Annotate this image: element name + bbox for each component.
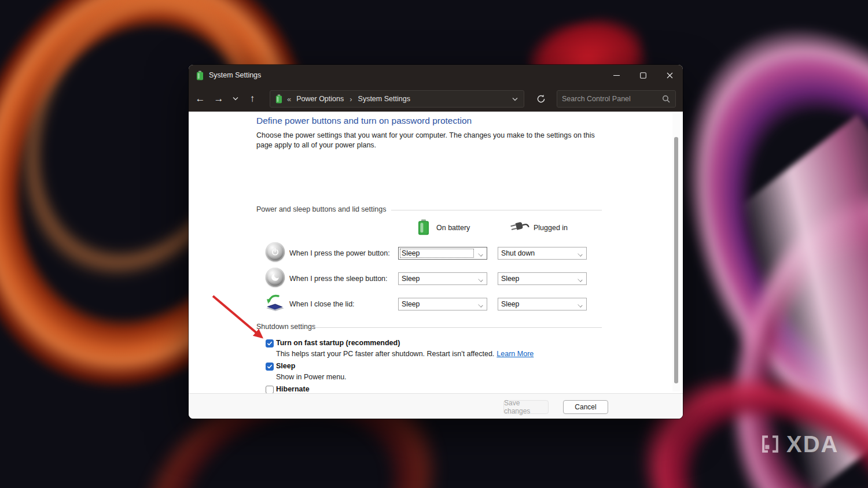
hibernate-checkbox[interactable] bbox=[266, 386, 274, 394]
chevron-down-icon bbox=[578, 303, 583, 308]
address-bar[interactable]: « Power Options › System Settings bbox=[270, 90, 524, 108]
group-divider bbox=[391, 210, 602, 210]
breadcrumb-overflow-chevrons[interactable]: « bbox=[287, 95, 291, 103]
select-value: Shut down bbox=[501, 249, 535, 257]
search-box bbox=[557, 90, 676, 108]
on-battery-icon bbox=[417, 219, 430, 235]
close-lid-icon bbox=[263, 293, 286, 315]
breadcrumb-item-system-settings[interactable]: System Settings bbox=[358, 95, 410, 103]
page-title: Define power buttons and turn on passwor… bbox=[256, 116, 472, 126]
sleep-option-description: Show in Power menu. bbox=[276, 373, 347, 381]
group-label-shutdown-settings: Shutdown settings bbox=[256, 323, 315, 331]
select-value: Sleep bbox=[501, 300, 519, 308]
refresh-icon[interactable] bbox=[532, 90, 550, 108]
group-divider bbox=[314, 327, 602, 328]
hibernate-option-label: Hibernate bbox=[276, 385, 310, 393]
battery-icon bbox=[196, 71, 204, 80]
close-lid-plugged-in-select[interactable]: Sleep bbox=[498, 298, 587, 310]
power-button-on-battery-select[interactable]: Sleep bbox=[398, 247, 487, 260]
maximize-button[interactable] bbox=[630, 65, 656, 86]
up-icon[interactable]: ↑ bbox=[243, 93, 262, 105]
chevron-down-icon bbox=[479, 252, 483, 257]
intro-text: Choose the power settings that you want … bbox=[256, 131, 604, 150]
column-header-plugged-in: Plugged in bbox=[534, 224, 568, 232]
power-button-icon bbox=[266, 242, 285, 261]
window-controls bbox=[603, 65, 683, 86]
system-settings-window: System Settings ← → ↑ bbox=[189, 65, 683, 419]
footer-bar: Save changes Cancel bbox=[189, 393, 683, 419]
vertical-scrollbar[interactable] bbox=[672, 113, 680, 391]
breadcrumb-separator-icon: › bbox=[350, 95, 352, 103]
forward-icon[interactable]: → bbox=[209, 93, 228, 105]
select-value: Sleep bbox=[501, 275, 519, 283]
checkmark-icon bbox=[267, 364, 273, 369]
select-value: Sleep bbox=[402, 249, 420, 257]
select-value: Sleep bbox=[402, 275, 420, 283]
fast-startup-description-text: This helps start your PC faster after sh… bbox=[276, 350, 494, 358]
chevron-down-icon bbox=[578, 252, 583, 257]
row-label-sleep-button: When I press the sleep button: bbox=[289, 275, 388, 283]
select-value: Sleep bbox=[402, 300, 420, 308]
learn-more-link[interactable]: Learn More bbox=[496, 350, 534, 358]
window-title: System Settings bbox=[209, 71, 261, 79]
power-button-plugged-in-select[interactable]: Shut down bbox=[498, 247, 587, 260]
chevron-down-icon bbox=[479, 303, 483, 308]
sleep-option-label: Sleep bbox=[276, 362, 295, 370]
content-pane: Define power buttons and turn on passwor… bbox=[189, 112, 683, 393]
chevron-down-icon bbox=[578, 278, 583, 282]
battery-icon bbox=[275, 94, 282, 103]
scrollbar-thumb[interactable] bbox=[674, 137, 678, 383]
fast-startup-description: This helps start your PC faster after sh… bbox=[276, 350, 534, 358]
xda-watermark: XDA bbox=[759, 432, 838, 456]
row-label-power-button: When I press the power button: bbox=[289, 249, 390, 257]
search-icon[interactable] bbox=[662, 95, 670, 103]
xda-watermark-text: XDA bbox=[786, 432, 838, 456]
sleep-button-icon bbox=[266, 268, 285, 287]
row-label-close-lid: When I close the lid: bbox=[289, 300, 355, 308]
chevron-down-icon bbox=[479, 278, 483, 282]
sleep-button-on-battery-select[interactable]: Sleep bbox=[398, 272, 487, 285]
fast-startup-checkbox[interactable] bbox=[266, 339, 274, 347]
back-icon[interactable]: ← bbox=[191, 93, 209, 105]
desktop-background: XDA System Settings bbox=[0, 0, 868, 488]
group-label-power-sleep-lid: Power and sleep buttons and lid settings bbox=[256, 205, 386, 213]
close-lid-on-battery-select[interactable]: Sleep bbox=[398, 298, 487, 310]
checkmark-icon bbox=[267, 341, 273, 346]
sleep-button-plugged-in-select[interactable]: Sleep bbox=[498, 272, 587, 285]
plugged-in-icon bbox=[509, 218, 530, 234]
close-button[interactable] bbox=[656, 65, 683, 86]
navigation-bar: ← → ↑ « Power Options › System Settings bbox=[189, 86, 683, 112]
breadcrumb-item-power-options[interactable]: Power Options bbox=[296, 95, 344, 103]
sleep-checkbox[interactable] bbox=[266, 363, 274, 371]
address-dropdown-chevron-icon[interactable] bbox=[512, 97, 518, 101]
cancel-button[interactable]: Cancel bbox=[563, 400, 608, 414]
save-changes-button[interactable]: Save changes bbox=[503, 400, 549, 414]
minimize-button[interactable] bbox=[603, 65, 630, 86]
column-header-on-battery: On battery bbox=[436, 224, 470, 232]
recent-pages-chevron-icon[interactable] bbox=[228, 97, 243, 101]
titlebar: System Settings bbox=[189, 65, 683, 86]
search-input[interactable] bbox=[557, 95, 662, 103]
fast-startup-label: Turn on fast startup (recommended) bbox=[276, 339, 400, 347]
xda-logo-icon bbox=[759, 433, 781, 455]
